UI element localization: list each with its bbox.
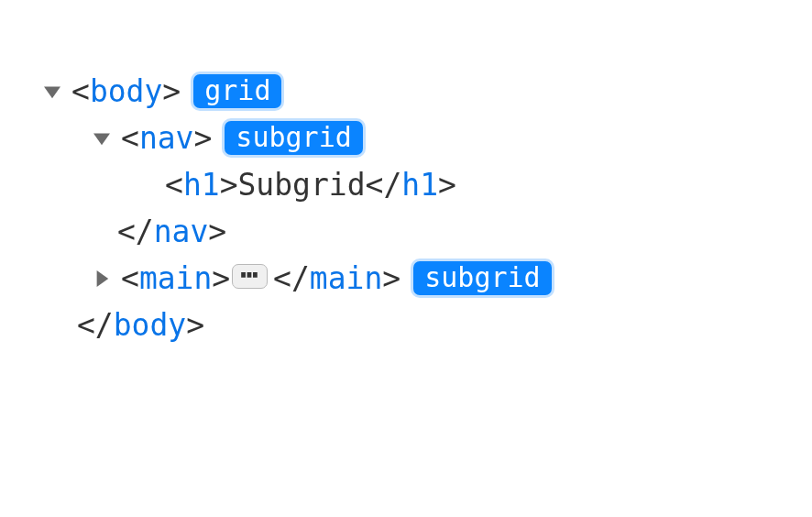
svg-marker-0: [44, 86, 60, 98]
tag-main-close: main: [310, 260, 382, 296]
tag-h1-close: h1: [401, 167, 438, 203]
disclosure-triangle-down-icon[interactable]: [37, 76, 68, 107]
angle-bracket-close: >: [162, 73, 181, 109]
angle-bracket-close: >: [212, 260, 230, 296]
angle-bracket-close-open: </: [366, 167, 402, 203]
tree-row-body[interactable]: < body > grid: [37, 73, 794, 109]
grid-badge[interactable]: grid: [193, 74, 281, 108]
tag-nav-close: nav: [154, 214, 209, 249]
collapsed-ellipsis-icon[interactable]: ⋯: [232, 264, 268, 289]
angle-bracket-open: <: [121, 120, 139, 156]
tree-row-nav[interactable]: < nav > subgrid: [86, 120, 794, 156]
tag-body-close: body: [114, 307, 186, 343]
disclosure-triangle-right-icon[interactable]: [86, 263, 117, 294]
disclosure-spacer: [130, 170, 161, 201]
angle-bracket-close-open: </: [273, 260, 310, 296]
tag-h1-open: h1: [183, 167, 220, 203]
angle-bracket-close: >: [208, 214, 226, 249]
angle-bracket-open: <: [165, 167, 183, 203]
angle-bracket-close-open: </: [77, 307, 114, 343]
angle-bracket-close: >: [220, 167, 238, 203]
tag-nav-open: nav: [139, 120, 194, 156]
angle-bracket-close: >: [382, 260, 401, 296]
svg-marker-2: [97, 270, 109, 287]
angle-bracket-close: >: [438, 167, 456, 203]
angle-bracket-open: <: [71, 73, 90, 109]
disclosure-triangle-down-icon[interactable]: [86, 123, 117, 154]
tree-row-h1[interactable]: < h1 > Subgrid </ h1 >: [130, 167, 794, 203]
angle-bracket-close: >: [193, 120, 212, 156]
svg-marker-1: [93, 133, 110, 145]
subgrid-badge[interactable]: subgrid: [413, 261, 551, 295]
angle-bracket-close: >: [186, 307, 204, 343]
tree-row-main[interactable]: < main > ⋯ </ main > subgrid: [86, 260, 794, 296]
subgrid-badge[interactable]: subgrid: [225, 121, 362, 155]
tag-main-open: main: [139, 260, 212, 296]
angle-bracket-open: <: [121, 260, 139, 296]
tree-row-body-close[interactable]: </ body >: [77, 307, 794, 343]
tree-row-nav-close[interactable]: </ nav >: [117, 214, 794, 249]
tag-body-open: body: [90, 73, 162, 109]
h1-text-content: Subgrid: [238, 167, 366, 203]
angle-bracket-close-open: </: [117, 214, 154, 249]
